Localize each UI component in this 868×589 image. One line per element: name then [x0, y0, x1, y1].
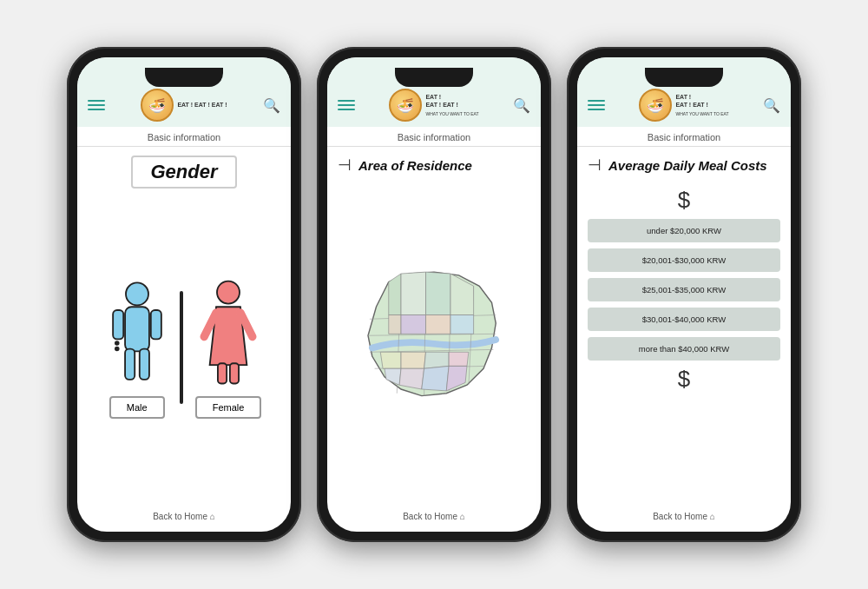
- back-arrow-3[interactable]: ⊣: [588, 156, 602, 175]
- logo-circle-3: 🍜: [639, 89, 672, 122]
- svg-rect-1: [125, 307, 149, 351]
- female-button[interactable]: Female: [195, 396, 262, 419]
- svg-rect-2: [125, 349, 135, 380]
- search-icon-1[interactable]: 🔍: [263, 97, 280, 114]
- phone-screen-1: 🍜 EAT ! EAT ! EAT ! 🔍 Basic information …: [77, 57, 291, 532]
- phone-screen-2: 🍜 EAT !EAT ! EAT !WHAT YOU WANT TO EAT 🔍…: [327, 57, 541, 532]
- phones-container: 🍜 EAT ! EAT ! EAT ! 🔍 Basic information …: [0, 0, 868, 589]
- hamburger-icon-2[interactable]: [338, 100, 355, 110]
- svg-point-0: [126, 282, 148, 305]
- bottom-nav-1[interactable]: Back to Home ⌂: [77, 506, 291, 532]
- logo-circle-1: 🍜: [141, 89, 174, 122]
- phone-gender: 🍜 EAT ! EAT ! EAT ! 🔍 Basic information …: [67, 47, 301, 542]
- svg-rect-3: [139, 349, 148, 380]
- header-logo-1: 🍜 EAT ! EAT ! EAT !: [141, 89, 227, 122]
- bottom-nav-2[interactable]: Back to Home ⌂: [327, 506, 541, 532]
- svg-rect-7: [150, 310, 161, 339]
- back-arrow-2[interactable]: ⊣: [338, 156, 352, 175]
- screen-content-1: Gender: [77, 147, 291, 506]
- header-logo-3: 🍜 EAT !EAT ! EAT !WHAT YOU WANT TO EAT: [639, 89, 728, 122]
- cost-options: under $20,000 KRW $20,001-$30,000 KRW $2…: [588, 219, 780, 361]
- female-icon: [198, 276, 259, 389]
- map-container: [338, 182, 530, 498]
- phone-costs: 🍜 EAT !EAT ! EAT !WHAT YOU WANT TO EAT 🔍…: [567, 47, 801, 542]
- seoul-map[interactable]: [352, 257, 516, 422]
- svg-point-5: [115, 341, 120, 346]
- home-icon-3: ⌂: [710, 512, 715, 521]
- svg-point-8: [217, 281, 240, 304]
- logo-text-1: EAT ! EAT ! EAT !: [177, 101, 227, 109]
- cost-option-3[interactable]: $25,001-$35,000 KRW: [588, 278, 780, 301]
- hamburger-icon-3[interactable]: [588, 100, 605, 110]
- logo-circle-2: 🍜: [389, 89, 422, 122]
- area-title: Area of Residence: [358, 158, 472, 173]
- svg-rect-13: [230, 363, 239, 383]
- male-button[interactable]: Male: [109, 396, 165, 419]
- male-icon: [107, 276, 168, 389]
- hamburger-icon-1[interactable]: [88, 100, 105, 110]
- notch-2: [395, 68, 473, 87]
- logo-text-2: EAT !EAT ! EAT !WHAT YOU WANT TO EAT: [425, 93, 478, 116]
- screen-content-2: ⊣ Area of Residence: [327, 147, 541, 506]
- phone-screen-3: 🍜 EAT !EAT ! EAT !WHAT YOU WANT TO EAT 🔍…: [577, 57, 791, 532]
- female-figure: Female: [195, 276, 262, 419]
- page-nav-2: ⊣ Area of Residence: [338, 156, 530, 175]
- search-icon-3[interactable]: 🔍: [763, 97, 780, 114]
- home-icon-2: ⌂: [460, 512, 465, 521]
- gender-title: Gender: [131, 156, 236, 189]
- section-title-2: Basic information: [327, 127, 541, 147]
- screen-content-3: ⊣ Average Daily Meal Costs $ under $20,0…: [577, 147, 791, 506]
- cost-option-4[interactable]: $30,001-$40,000 KRW: [588, 308, 780, 331]
- dollar-icon-top: $: [678, 187, 690, 214]
- svg-point-6: [115, 347, 120, 352]
- home-icon-1: ⌂: [210, 512, 215, 521]
- cost-option-5[interactable]: more than $40,000 KRW: [588, 337, 780, 361]
- cost-option-1[interactable]: under $20,000 KRW: [588, 219, 780, 242]
- notch-1: [145, 68, 223, 87]
- header-logo-2: 🍜 EAT !EAT ! EAT !WHAT YOU WANT TO EAT: [389, 89, 478, 122]
- gender-icons: Male: [107, 197, 262, 498]
- male-figure: Male: [107, 276, 168, 419]
- gender-divider: [180, 291, 183, 404]
- section-title-1: Basic information: [77, 127, 291, 147]
- section-title-3: Basic information: [577, 127, 791, 147]
- costs-title: Average Daily Meal Costs: [608, 158, 767, 173]
- cost-option-2[interactable]: $20,001-$30,000 KRW: [588, 248, 780, 272]
- search-icon-2[interactable]: 🔍: [513, 97, 530, 114]
- svg-rect-4: [113, 310, 123, 339]
- svg-rect-12: [218, 363, 227, 383]
- logo-text-3: EAT !EAT ! EAT !WHAT YOU WANT TO EAT: [675, 93, 728, 116]
- notch-3: [645, 68, 723, 87]
- phone-area: 🍜 EAT !EAT ! EAT !WHAT YOU WANT TO EAT 🔍…: [317, 47, 551, 542]
- bottom-nav-3[interactable]: Back to Home ⌂: [577, 506, 791, 532]
- dollar-icon-bottom: $: [678, 366, 690, 393]
- page-nav-3: ⊣ Average Daily Meal Costs: [588, 156, 780, 175]
